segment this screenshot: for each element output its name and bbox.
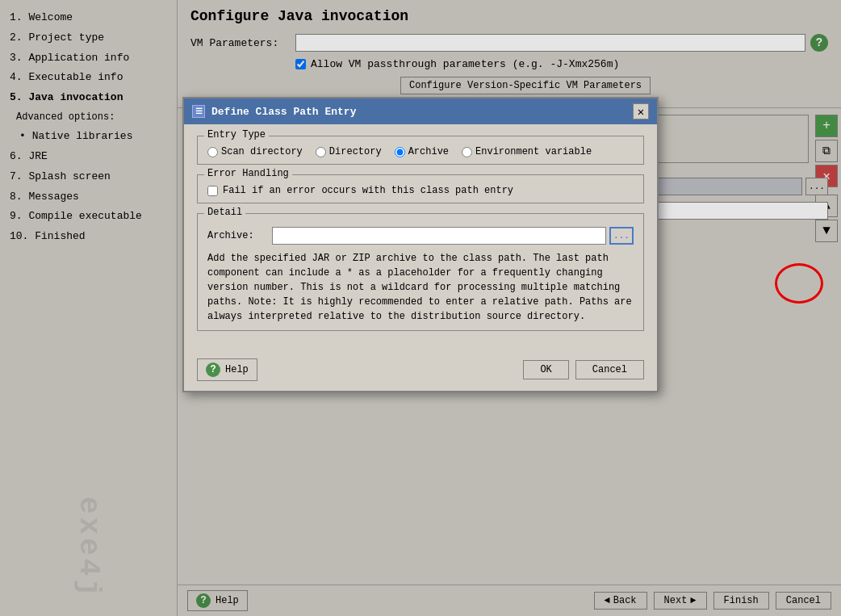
modal-help-icon: ? [206,362,220,377]
directory-option[interactable]: Directory [316,146,382,157]
scan-directory-option[interactable]: Scan directory [207,146,303,157]
modal-close-button[interactable]: ✕ [633,103,649,119]
entry-type-section-title: Entry Type [204,129,269,140]
modal-ok-button[interactable]: OK [523,360,568,379]
directory-radio[interactable] [316,147,326,157]
fail-on-error-label: Fail if an error occurs with this class … [223,185,513,196]
modal-title-icon: ☰ [192,105,205,118]
detail-section-title: Detail [204,207,245,218]
entry-type-radio-group: Scan directory Directory Archive Environ… [207,143,634,157]
scan-directory-radio[interactable] [207,147,218,157]
modal-cancel-button[interactable]: Cancel [575,360,644,379]
modal-dialog: ☰ Define Class Path Entry ✕ Entry Type S… [182,97,659,392]
archive-option[interactable]: Archive [395,146,449,157]
error-handling-section: Error Handling Fail if an error occurs w… [197,174,644,203]
archive-description: Add the specified JAR or ZIP archive to … [207,251,634,324]
archive-label: Archive: [207,230,272,241]
fail-on-error-checkbox[interactable] [207,186,218,196]
modal-help-button[interactable]: ? Help [197,358,257,381]
entry-type-section: Entry Type Scan directory Directory Arch… [197,136,644,165]
modal-body: Entry Type Scan directory Directory Arch… [184,124,657,352]
modal-overlay: ☰ Define Class Path Entry ✕ Entry Type S… [0,0,841,616]
archive-row: Archive: ... [207,220,634,245]
archive-input[interactable] [272,227,606,245]
environment-variable-option[interactable]: Environment variable [462,146,592,157]
archive-radio[interactable] [395,147,405,157]
detail-section: Detail Archive: ... Add the specified JA… [197,213,644,331]
archive-browse-button[interactable]: ... [609,227,634,245]
environment-variable-radio[interactable] [462,147,472,157]
modal-titlebar: ☰ Define Class Path Entry ✕ [184,98,657,124]
error-handling-section-title: Error Handling [204,168,292,179]
modal-title: Define Class Path Entry [211,106,356,118]
modal-footer: ? Help OK Cancel [184,352,657,391]
fail-on-error-row: Fail if an error occurs with this class … [207,182,634,196]
